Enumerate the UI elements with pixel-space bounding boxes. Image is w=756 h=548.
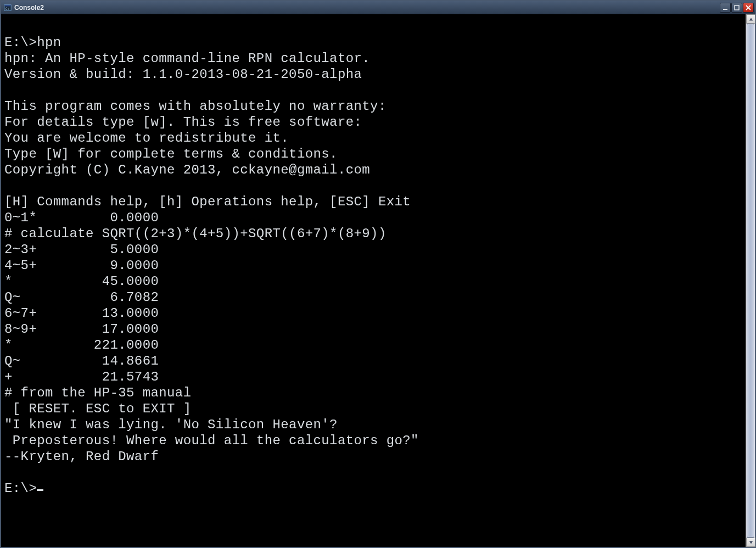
scroll-down-button[interactable]: [746, 538, 755, 547]
app-window: C: Console2 E:\>hpn hpn: An HP-style com…: [0, 0, 756, 548]
scrollbar-thumb[interactable]: [747, 24, 754, 538]
scrollbar-track[interactable]: [746, 24, 755, 538]
svg-rect-4: [735, 5, 739, 10]
terminal-output[interactable]: E:\>hpn hpn: An HP-style command-line RP…: [1, 14, 746, 547]
window-controls: [719, 3, 754, 13]
svg-marker-7: [749, 18, 752, 20]
close-button[interactable]: [743, 3, 754, 13]
vertical-scrollbar[interactable]: [746, 14, 755, 547]
app-icon: C:: [3, 3, 12, 12]
client-area: E:\>hpn hpn: An HP-style command-line RP…: [1, 14, 755, 547]
scroll-up-button[interactable]: [746, 14, 755, 24]
svg-rect-3: [723, 9, 727, 10]
titlebar[interactable]: C: Console2: [1, 1, 755, 14]
svg-marker-8: [749, 541, 752, 544]
svg-text:C:: C:: [5, 6, 9, 10]
maximize-button[interactable]: [731, 3, 742, 13]
cursor: [37, 489, 43, 491]
window-title: Console2: [14, 4, 719, 12]
minimize-button[interactable]: [720, 3, 731, 13]
